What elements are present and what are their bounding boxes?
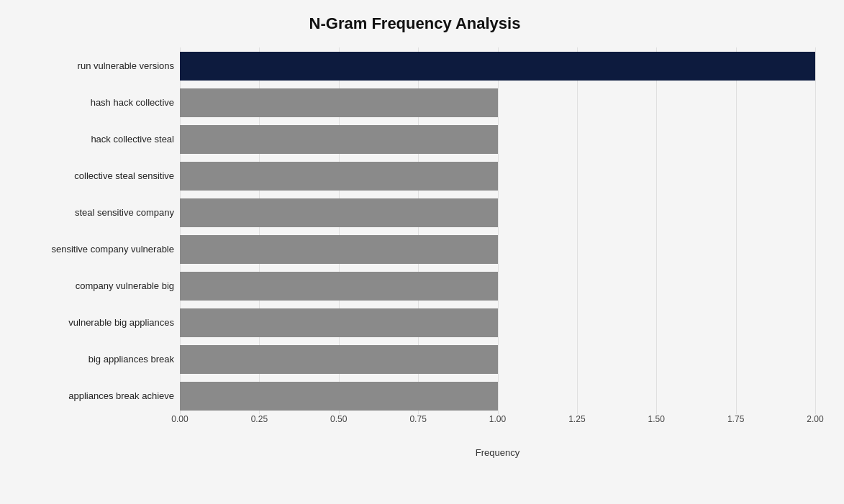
bar [180,235,498,264]
bar [180,162,498,191]
bar [180,272,498,301]
bar [180,52,815,81]
bar [180,382,498,411]
bars-wrapper [180,47,815,414]
chart-title: N-Gram Frequency Analysis [14,14,815,33]
x-tick-label: 1.75 [727,414,744,424]
bar [180,198,498,227]
y-label: steal sensitive company [14,207,174,219]
bar-row [180,47,815,84]
x-tick-label: 0.75 [409,414,426,424]
bar [180,308,498,337]
y-label: sensitive company vulnerable [14,244,174,255]
bar-row [180,267,815,304]
y-label: big appliances break [14,354,174,365]
bar [180,345,498,374]
y-label: hash hack collective [14,97,174,109]
bars-section [180,47,815,414]
x-axis-label: Frequency [180,447,815,458]
x-tick-label: 0.00 [171,414,188,424]
y-label: hack collective steal [14,134,174,145]
bar [180,125,498,154]
x-tick-label: 1.00 [489,414,506,424]
x-tick-label: 2.00 [807,414,823,424]
bar-row [180,341,815,377]
bar-row [180,304,815,341]
bar-row [180,194,815,231]
bar-row [180,231,815,267]
bar-row [180,84,815,121]
bar-row [180,377,815,414]
x-tick-label: 0.25 [251,414,268,424]
x-axis-ticks: 0.000.250.500.751.001.251.501.752.00 [180,414,815,431]
y-axis-labels: run vulnerable versionshash hack collect… [14,47,180,414]
bar [180,88,498,117]
bar-row [180,157,815,194]
grid-line [815,47,816,414]
chart-container: N-Gram Frequency Analysis run vulnerable… [0,0,844,504]
bar-row [180,121,815,157]
y-label: company vulnerable big [14,280,174,292]
y-label: collective steal sensitive [14,170,174,182]
x-tick-label: 1.25 [568,414,585,424]
x-tick-label: 0.50 [330,414,347,424]
x-tick-label: 1.50 [648,414,665,424]
grid-area [180,47,815,414]
y-label: run vulnerable versions [14,60,174,72]
y-label: vulnerable big appliances [14,317,174,329]
y-label: appliances break achieve [14,390,174,402]
